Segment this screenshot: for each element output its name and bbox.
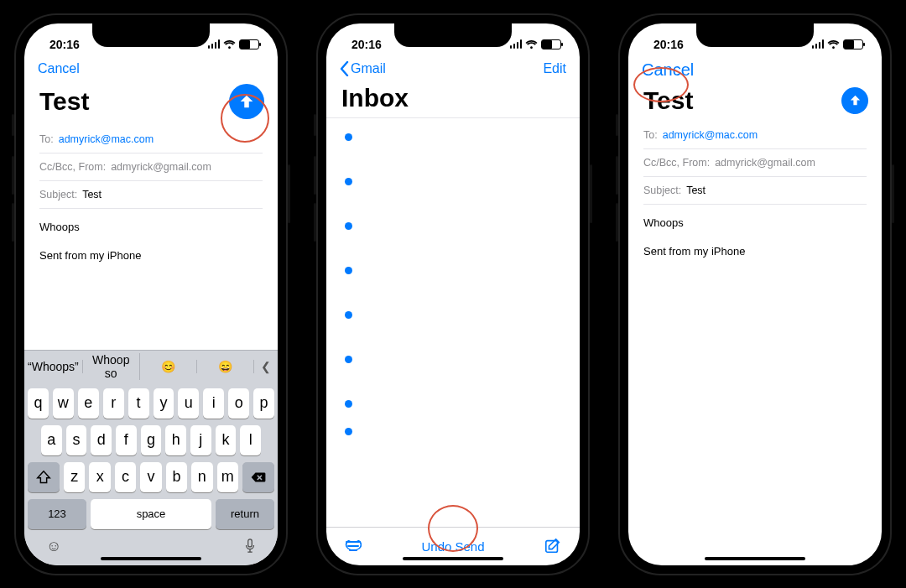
battery-icon [843,39,863,49]
back-button[interactable]: Gmail [340,61,386,76]
phone-frame-3: 20:16 Cancel Test To: admyrick@mac.com C… [618,13,892,575]
keyboard: qwertyuiop asdfghjkl zxcvbnm 123 space r… [24,383,278,565]
space-key[interactable]: space [91,499,211,529]
home-indicator[interactable] [403,557,503,560]
key-w[interactable]: w [53,388,74,419]
ccbcc-field[interactable]: Cc/Bcc, From: admyrick@gmail.com [39,154,263,181]
to-recipient[interactable]: admyrick@mac.com [59,133,154,145]
home-indicator[interactable] [705,557,805,560]
key-p[interactable]: p [253,388,274,419]
cellular-icon [812,39,825,49]
wifi-icon [223,39,236,49]
key-k[interactable]: k [216,425,237,455]
suggestion-collapse-icon[interactable]: ❮ [254,360,278,373]
inbox-list[interactable] [326,117,580,527]
battery-icon [239,39,259,49]
svg-rect-0 [248,539,253,547]
compose-title: Test [643,86,693,115]
unread-dot [345,356,352,363]
cancel-button[interactable]: Cancel [642,60,694,80]
unread-dot [345,428,352,435]
to-field[interactable]: To: admyrick@mac.com [39,126,263,154]
arrow-up-icon [237,92,256,111]
key-e[interactable]: e [78,388,99,419]
key-s[interactable]: s [66,425,87,455]
ccbcc-field[interactable]: Cc/Bcc, From: admyrick@gmail.com [643,149,867,177]
cancel-button[interactable]: Cancel [38,61,80,76]
suggestion-1[interactable]: “Whoops” [24,360,83,373]
status-time: 20:16 [49,38,80,51]
key-l[interactable]: l [240,425,261,455]
key-t[interactable]: t [128,388,149,419]
cellular-icon [208,39,221,49]
key-a[interactable]: a [41,425,62,455]
home-indicator[interactable] [101,557,201,560]
shift-key[interactable] [28,462,60,492]
battery-icon [541,39,561,49]
undo-send-button[interactable]: Undo Send [421,539,484,554]
subject-field[interactable]: Subject: Test [39,181,263,209]
key-d[interactable]: d [91,425,112,455]
key-j[interactable]: j [190,425,211,455]
unread-dot [345,133,352,141]
key-b[interactable]: b [166,462,187,492]
suggestion-emoji-2[interactable]: 😄 [197,360,254,373]
shift-icon [36,471,51,484]
emoji-key-icon[interactable]: ☺ [46,538,61,555]
notch [92,23,210,47]
suggestion-emoji-1[interactable]: 😊 [140,360,197,373]
key-m[interactable]: m [217,462,238,492]
numbers-key[interactable]: 123 [28,499,86,529]
unread-dot [345,311,352,319]
status-time: 20:16 [351,38,382,51]
chevron-left-icon [340,61,349,76]
wifi-icon [827,39,840,49]
key-x[interactable]: x [89,462,110,492]
inbox-title: Inbox [326,81,580,117]
filter-icon[interactable] [345,540,362,552]
keyboard-suggestions: “Whoops” Whoop so 😊 😄 ❮ [24,350,278,383]
send-button[interactable] [229,84,264,119]
key-i[interactable]: i [203,388,224,419]
notch [394,23,512,47]
compose-title: Test [39,87,89,116]
key-q[interactable]: q [28,388,49,419]
key-g[interactable]: g [141,425,162,455]
backspace-key[interactable] [242,462,274,492]
send-button[interactable] [841,87,868,114]
key-h[interactable]: h [165,425,186,455]
cellular-icon [510,39,523,49]
key-z[interactable]: z [64,462,85,492]
arrow-up-icon [848,93,862,107]
unread-dot [345,178,352,185]
edit-button[interactable]: Edit [543,61,566,76]
compose-body[interactable]: Whoops Sent from my iPhone [628,205,882,271]
suggestion-2[interactable]: Whoop so [83,353,140,380]
to-field[interactable]: To: admyrick@mac.com [643,122,867,149]
key-v[interactable]: v [140,462,161,492]
key-c[interactable]: c [115,462,136,492]
compose-body[interactable]: Whoops Sent from my iPhone [24,209,278,275]
key-o[interactable]: o [228,388,249,419]
phone-frame-2: 20:16 Gmail Edit Inbox [316,13,590,575]
key-f[interactable]: f [116,425,137,455]
unread-dot [345,267,352,274]
subject-field[interactable]: Subject: Test [643,177,867,205]
key-u[interactable]: u [178,388,199,419]
key-n[interactable]: n [191,462,212,492]
wifi-icon [525,39,538,49]
status-time: 20:16 [653,38,684,51]
unread-dot [345,400,352,408]
unread-dot [345,222,352,230]
phone-frame-1: 20:16 Cancel Test To: admyrick@mac.com C… [14,13,288,575]
to-recipient[interactable]: admyrick@mac.com [663,129,758,141]
dictation-key-icon[interactable] [244,539,256,554]
backspace-icon [250,471,267,483]
compose-icon[interactable] [544,538,561,554]
notch [696,23,814,47]
key-r[interactable]: r [103,388,124,419]
return-key[interactable]: return [216,499,274,529]
key-y[interactable]: y [154,388,174,419]
